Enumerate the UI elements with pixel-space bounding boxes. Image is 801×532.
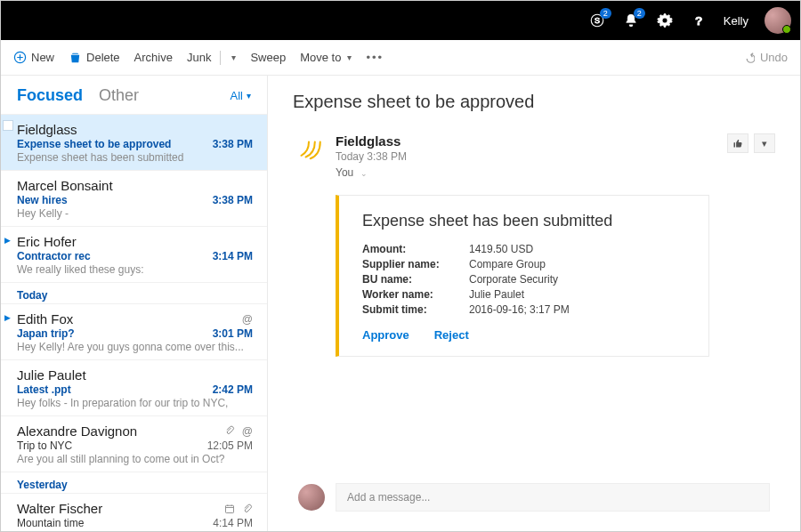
skype-icon[interactable]: S 2 <box>588 12 606 29</box>
mail-time: 4:14 PM <box>213 517 253 529</box>
mail-item[interactable]: Walter Fischer Mountain time4:14 PM When… <box>1 493 267 531</box>
command-bar: New Delete Archive Junk ▾ Sweep Move to▾… <box>1 40 800 76</box>
chevron-down-icon: ▾ <box>762 138 767 149</box>
message-header: Fieldglass Today 3:38 PM ▾ You ⌄ <box>293 133 775 357</box>
card-title: Expense sheet has been submitted <box>362 212 685 230</box>
junk-button[interactable]: Junk <box>187 51 211 64</box>
folder-tabs: Focused Other All▾ <box>1 76 267 114</box>
message-date: Today 3:38 PM <box>336 150 407 163</box>
attachment-icon <box>242 504 253 514</box>
mail-time: 2:42 PM <box>213 383 253 396</box>
new-label: New <box>31 51 54 64</box>
mail-time: 3:38 PM <box>213 138 253 150</box>
mail-subject: Trip to NYC <box>17 439 72 452</box>
mail-preview: Hey Kelly - <box>17 207 253 220</box>
archive-button[interactable]: Archive <box>134 51 173 64</box>
notifications-icon[interactable]: 2 <box>622 12 640 29</box>
tab-focused[interactable]: Focused <box>17 86 83 105</box>
calendar-icon <box>224 504 235 514</box>
mail-subject: New hires <box>17 194 68 206</box>
mail-subject: Contractor rec <box>17 250 91 262</box>
mail-sender: Julie Paulet <box>17 367 86 383</box>
sender-logo <box>293 133 325 165</box>
delete-label: Delete <box>86 51 120 64</box>
mail-list[interactable]: Fieldglass Expense sheet to be approved3… <box>1 114 267 531</box>
mail-item[interactable]: ▶ Eric Hofer Contractor rec3:14 PM We re… <box>1 226 267 282</box>
attachment-icon <box>224 425 235 436</box>
card-row: Supplier name:Compare Group <box>362 258 685 270</box>
recipients[interactable]: You ⌄ <box>336 166 775 179</box>
card-row: BU name:Corporate Security <box>362 273 685 286</box>
svg-text:S: S <box>595 16 600 25</box>
card-row: Amount:1419.50 USD <box>362 243 685 255</box>
mail-item[interactable]: Alexandre Davignon @ Trip to NYC12:05 PM… <box>1 415 267 472</box>
notifications-badge: 2 <box>634 8 645 19</box>
mail-subject: Latest .ppt <box>17 383 71 396</box>
quick-reply: Add a message... <box>293 474 775 522</box>
user-avatar[interactable] <box>765 7 791 34</box>
mail-sender: Marcel Bonsaint <box>17 178 113 193</box>
mail-item[interactable]: Julie Paulet Latest .ppt2:42 PM Hey folk… <box>1 359 267 415</box>
mail-checkbox[interactable] <box>3 120 13 131</box>
divider <box>220 51 221 65</box>
mail-sender: Alexandre Davignon <box>17 423 137 439</box>
mail-item[interactable]: Fieldglass Expense sheet to be approved3… <box>1 114 267 170</box>
mail-preview: We really liked these guys: <box>17 263 253 276</box>
mention-icon: @ <box>242 425 253 438</box>
mail-item[interactable]: Marcel Bonsaint New hires3:38 PM Hey Kel… <box>1 170 267 226</box>
card-row: Worker name:Julie Paulet <box>362 288 685 301</box>
mail-preview: Are you all still planning to come out i… <box>17 453 253 465</box>
mail-subject: Mountain time <box>17 517 84 529</box>
mail-time: 3:14 PM <box>213 250 253 262</box>
mail-sender: Fieldglass <box>17 122 77 137</box>
undo-button[interactable]: Undo <box>742 51 788 64</box>
app-header: S 2 2 ? Kelly <box>1 1 800 40</box>
mention-icon: @ <box>242 313 253 326</box>
tab-other[interactable]: Other <box>99 86 139 105</box>
reply-indicator-icon: ▶ <box>4 313 11 322</box>
mail-preview: Expense sheet has been submitted <box>17 151 253 164</box>
reply-indicator-icon: ▶ <box>4 236 11 245</box>
presence-dot <box>782 25 791 34</box>
expand-button[interactable]: ▾ <box>754 133 775 153</box>
more-button[interactable]: ••• <box>366 51 384 64</box>
recipients-chevron-icon: ⌄ <box>360 169 368 178</box>
svg-rect-4 <box>226 505 234 512</box>
mail-time: 12:05 PM <box>207 439 253 452</box>
filter-dropdown[interactable]: All▾ <box>231 89 251 102</box>
approve-button[interactable]: Approve <box>362 328 409 342</box>
message-list-pane: Focused Other All▾ Fieldglass Expense sh… <box>1 76 268 531</box>
mail-time: 3:38 PM <box>213 194 253 206</box>
mail-subject: Expense sheet to be approved <box>17 138 171 150</box>
user-name[interactable]: Kelly <box>724 14 748 28</box>
mail-subject: Japan trip? <box>17 327 75 340</box>
mail-sender: Walter Fischer <box>17 501 102 516</box>
like-button[interactable] <box>727 133 748 153</box>
skype-badge: 2 <box>600 8 611 19</box>
mail-sender: Eric Hofer <box>17 234 77 249</box>
message-from: Fieldglass <box>336 133 407 149</box>
mail-preview: Hey Kelly! Are you guys gonna come over … <box>17 341 253 353</box>
message-subject: Expense sheet to be approved <box>293 92 775 112</box>
settings-icon[interactable] <box>656 12 674 29</box>
junk-chevron-icon[interactable]: ▾ <box>230 52 236 62</box>
chevron-down-icon: ▾ <box>247 91 251 101</box>
mail-preview: When you're in SV, you should meet up wi… <box>17 530 253 531</box>
mail-item[interactable]: ▶ Edith Fox @ Japan trip?3:01 PM Hey Kel… <box>1 303 267 359</box>
mail-time: 3:01 PM <box>213 327 253 340</box>
section-yesterday: Yesterday <box>1 472 267 493</box>
mail-preview: Hey folks - In preparation for our trip … <box>17 397 253 409</box>
actionable-card: Expense sheet has been submitted Amount:… <box>336 195 709 357</box>
help-icon[interactable]: ? <box>690 12 708 29</box>
card-row: Submit time:2016-09-16; 3:17 PM <box>362 303 685 316</box>
svg-text:?: ? <box>695 14 702 28</box>
section-today: Today <box>1 282 267 303</box>
moveto-chevron-icon: ▾ <box>345 52 352 62</box>
moveto-button[interactable]: Move to▾ <box>300 51 352 64</box>
sweep-button[interactable]: Sweep <box>250 51 286 64</box>
reject-button[interactable]: Reject <box>434 328 469 342</box>
my-avatar <box>298 484 325 511</box>
new-button[interactable]: New <box>13 51 54 64</box>
delete-button[interactable]: Delete <box>69 51 120 64</box>
reply-input[interactable]: Add a message... <box>336 483 770 512</box>
